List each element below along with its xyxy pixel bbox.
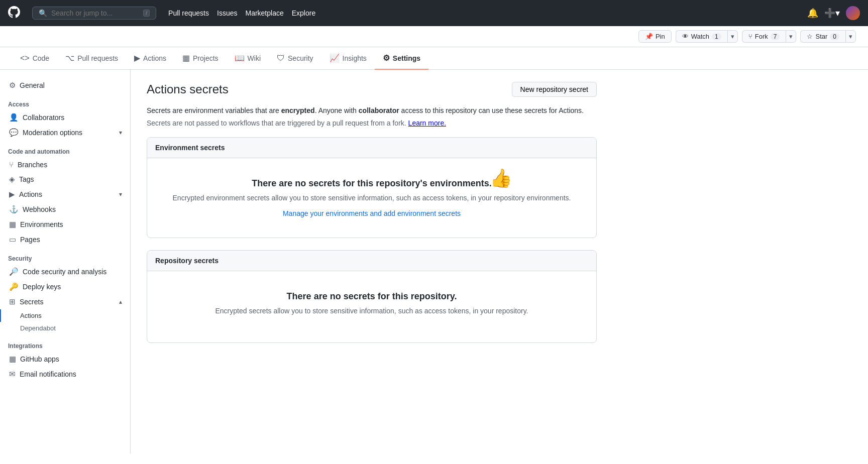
tab-security-label: Security (288, 54, 313, 62)
tab-code[interactable]: <> Code (12, 47, 57, 70)
learn-more-link[interactable]: Learn more. (408, 119, 446, 127)
tab-settings[interactable]: ⚙ Settings (375, 47, 428, 70)
avatar[interactable] (846, 6, 860, 20)
fork-icon: ⑂ (748, 33, 752, 40)
moderation-icon: 💬 (9, 128, 19, 137)
star-label: Star (815, 33, 827, 40)
sidebar-code-security[interactable]: 🔎 Code security and analysis (0, 264, 130, 279)
fork-group: ⑂ Fork 7 ▾ (742, 30, 797, 43)
tab-wiki-label: Wiki (248, 54, 261, 62)
tab-projects[interactable]: ▦ Projects (174, 47, 227, 70)
desc-part1: Secrets are environment variables that a… (147, 106, 281, 114)
tab-actions[interactable]: ▶ Actions (126, 47, 174, 70)
actions-tab-icon: ▶ (134, 53, 140, 63)
actions-chevron-icon: ▾ (119, 191, 122, 198)
deploy-keys-icon: 🔑 (9, 282, 19, 291)
search-input[interactable] (51, 9, 139, 17)
secrets-icon: ⊞ (9, 297, 16, 306)
github-apps-icon: ▦ (9, 355, 16, 364)
fork-label: Fork (755, 33, 768, 40)
sidebar-secrets-dependabot[interactable]: Dependabot (0, 322, 130, 334)
fork-button[interactable]: ⑂ Fork 7 (742, 30, 786, 43)
email-icon: ✉ (9, 370, 16, 379)
fork-dropdown-button[interactable]: ▾ (786, 30, 796, 43)
sidebar-secrets-actions[interactable]: Actions (0, 309, 130, 322)
sidebar-general[interactable]: ⚙ General (0, 78, 130, 93)
repo-empty-title: There are no secrets for this repository… (159, 291, 584, 302)
env-empty-link[interactable]: Manage your environments and add environ… (283, 209, 461, 217)
secrets-subdesc: Secrets are not passed to workflows that… (147, 119, 597, 127)
sidebar-section-access: Access (0, 93, 130, 110)
tab-code-label: Code (33, 54, 49, 62)
env-empty-title: There are no secrets for this repository… (159, 178, 584, 189)
top-nav-right: 🔔 ➕▾ (807, 6, 860, 20)
tab-projects-label: Projects (193, 54, 219, 62)
sidebar-github-apps[interactable]: ▦ GitHub apps (0, 352, 130, 367)
sidebar-environments[interactable]: ▦ Environments (0, 217, 130, 232)
sidebar-code-security-label: Code security and analysis (23, 268, 106, 276)
sidebar-branches[interactable]: ⑂ Branches (0, 157, 130, 172)
top-navigation: 🔍 / Pull requests Issues Marketplace Exp… (0, 0, 868, 26)
watch-group: 👁 Watch 1 ▾ (676, 30, 738, 43)
new-repository-secret-button[interactable]: New repository secret (512, 82, 597, 97)
plus-icon[interactable]: ➕▾ (824, 8, 840, 19)
secrets-chevron-icon: ▴ (119, 298, 122, 305)
collaborator-bold: collaborator (359, 106, 399, 114)
sidebar-email-notifications[interactable]: ✉ Email notifications (0, 367, 130, 382)
fork-count: 7 (771, 33, 780, 40)
tab-pull-requests[interactable]: ⌥ Pull requests (57, 47, 126, 70)
repo-empty-desc: Encrypted secrets allow you to store sen… (159, 306, 584, 316)
collaborators-icon: 👤 (9, 113, 19, 122)
sidebar-actions[interactable]: ▶ Actions ▾ (0, 187, 130, 202)
tab-settings-label: Settings (393, 54, 420, 62)
security-tab-icon: 🛡 (277, 54, 285, 63)
pr-tab-icon: ⌥ (65, 53, 74, 63)
repo-tabs: <> Code ⌥ Pull requests ▶ Actions ▦ Proj… (0, 47, 868, 70)
sidebar-actions-label: Actions (19, 190, 42, 198)
watch-button[interactable]: 👁 Watch 1 (676, 30, 727, 43)
pin-button[interactable]: 📌 Pin (638, 30, 672, 43)
sidebar-webhooks[interactable]: ⚓ Webhooks (0, 202, 130, 217)
star-dropdown-button[interactable]: ▾ (845, 30, 856, 43)
sidebar-section-code-automation: Code and automation (0, 140, 130, 157)
sidebar-pages[interactable]: ▭ Pages (0, 232, 130, 247)
github-logo-icon[interactable] (8, 6, 20, 21)
tab-wiki[interactable]: 📖 Wiki (227, 47, 269, 70)
notifications-icon[interactable]: 🔔 (807, 8, 818, 19)
sidebar-collaborators[interactable]: 👤 Collaborators (0, 110, 130, 125)
settings-tab-icon: ⚙ (383, 53, 390, 63)
env-secrets-empty-state: There are no secrets for this repository… (147, 158, 596, 238)
pull-requests-nav-link[interactable]: Pull requests (168, 9, 209, 17)
marketplace-nav-link[interactable]: Marketplace (245, 9, 283, 17)
pin-icon: 📌 (645, 33, 653, 40)
code-security-icon: 🔎 (9, 267, 19, 276)
repository-secrets-card: Repository secrets There are no secrets … (147, 250, 597, 343)
sidebar-email-label: Email notifications (20, 370, 76, 378)
repo-action-bar: 📌 Pin 👁 Watch 1 ▾ ⑂ Fork 7 ▾ ☆ Star 0 ▾ (0, 26, 868, 47)
sidebar-deploy-keys[interactable]: 🔑 Deploy keys (0, 279, 130, 294)
sidebar-secrets-actions-label: Actions (20, 312, 42, 319)
search-bar[interactable]: 🔍 / (32, 7, 156, 20)
issues-nav-link[interactable]: Issues (217, 9, 237, 17)
sidebar-webhooks-label: Webhooks (23, 205, 56, 213)
watch-label: Watch (691, 33, 709, 40)
desc-part2: . Anyone with (315, 106, 359, 114)
pin-label: Pin (656, 33, 665, 40)
tab-insights[interactable]: 📈 Insights (321, 47, 375, 70)
sidebar-tags[interactable]: ◈ Tags (0, 172, 130, 187)
sidebar-moderation-label: Moderation options (23, 129, 82, 137)
explore-nav-link[interactable]: Explore (292, 9, 315, 17)
tab-actions-label: Actions (143, 54, 166, 62)
star-button[interactable]: ☆ Star 0 (800, 30, 845, 43)
sidebar-github-apps-label: GitHub apps (20, 355, 59, 363)
desc-part3: access to this repository can use these … (399, 106, 584, 114)
sidebar-secrets[interactable]: ⊞ Secrets ▴ (0, 294, 130, 309)
subdesc-text: Secrets are not passed to workflows that… (147, 119, 408, 127)
search-icon: 🔍 (39, 9, 47, 17)
sidebar-moderation[interactable]: 💬 Moderation options ▾ (0, 125, 130, 140)
page-title: Actions secrets (147, 82, 229, 96)
tab-security[interactable]: 🛡 Security (269, 47, 321, 70)
actions-icon: ▶ (9, 190, 15, 199)
settings-sidebar: ⚙ General Access 👤 Collaborators 💬 Moder… (0, 70, 131, 453)
watch-dropdown-button[interactable]: ▾ (727, 30, 738, 43)
